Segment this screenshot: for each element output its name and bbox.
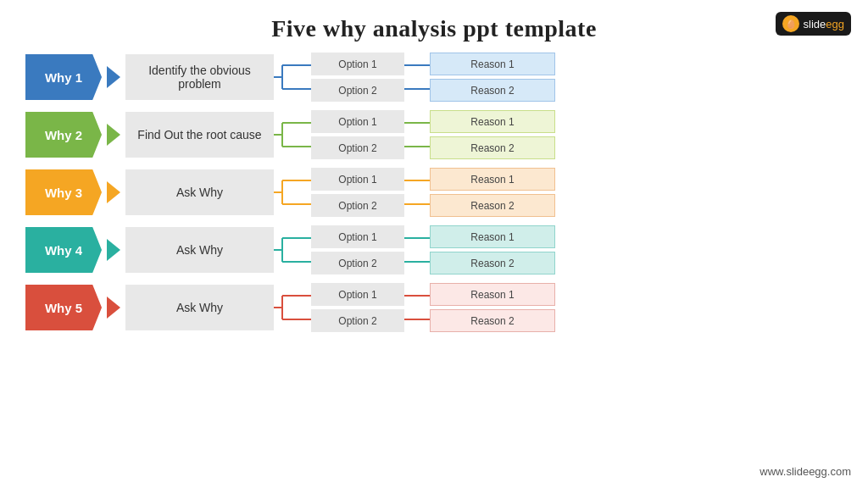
why-row-2: Why 2 Find Out the root cause [25,108,843,161]
options-col-4: Option 1 Option 2 [311,225,404,274]
reason1-5: Reason 1 [430,283,555,306]
bracket-connector-3 [274,166,311,219]
diagram: Why 1 Identify the obvious problem [0,51,868,334]
why-row-1: Why 1 Identify the obvious problem [25,51,843,103]
line-connector-3 [404,166,430,219]
line-connector-5 [404,281,430,334]
why-row-4: Why 4 Ask Why [25,224,843,276]
problem-box-1: Identify the obvious problem [125,54,274,100]
line-connector-4 [404,224,430,276]
bracket-connector-1 [274,51,311,103]
options-col-5: Option 1 Option 2 [311,283,404,332]
logo: 🥚 slideegg [776,12,851,36]
option1-2: Option 1 [311,110,404,133]
reasons-col-1: Reason 1 Reason 2 [430,53,555,102]
why-label-3: Why 3 [25,169,102,215]
why-label-5: Why 5 [25,285,102,330]
options-col-3: Option 1 Option 2 [311,168,404,217]
reason2-2: Reason 2 [430,136,555,159]
option2-2: Option 2 [311,136,404,159]
option2-1: Option 2 [311,79,404,102]
option2-4: Option 2 [311,252,404,274]
page-title: Five why analysis ppt template [0,0,868,51]
why-label-1: Why 1 [25,54,102,100]
why-row-5: Why 5 Ask Why [25,281,843,334]
problem-box-2: Find Out the root cause [125,112,274,158]
reason1-1: Reason 1 [430,53,555,75]
option1-4: Option 1 [311,225,404,248]
option2-3: Option 2 [311,194,404,217]
watermark: www.slideegg.com [760,465,851,478]
reason1-3: Reason 1 [430,168,555,191]
line-connector-1 [404,51,430,103]
reasons-col-3: Reason 1 Reason 2 [430,168,555,217]
options-col-1: Option 1 Option 2 [311,53,404,102]
problem-box-4: Ask Why [125,227,274,273]
options-col-2: Option 1 Option 2 [311,110,404,159]
why-label-2: Why 2 [25,112,102,158]
arrow-1 [102,65,125,89]
problem-box-5: Ask Why [125,285,274,330]
why-label-4: Why 4 [25,227,102,273]
reason2-5: Reason 2 [430,309,555,332]
arrow-5 [102,296,125,319]
line-connector-2 [404,108,430,161]
bracket-connector-2 [274,108,311,161]
reasons-col-2: Reason 1 Reason 2 [430,110,555,159]
arrow-4 [102,238,125,262]
why-row-3: Why 3 Ask Why [25,166,843,219]
logo-icon: 🥚 [782,15,799,32]
option1-1: Option 1 [311,53,404,75]
bracket-connector-5 [274,281,311,334]
problem-box-3: Ask Why [125,169,274,215]
arrow-3 [102,180,125,204]
reason1-4: Reason 1 [430,225,555,248]
bracket-connector-4 [274,224,311,276]
reasons-col-5: Reason 1 Reason 2 [430,283,555,332]
option1-3: Option 1 [311,168,404,191]
arrow-2 [102,123,125,147]
reason1-2: Reason 1 [430,110,555,133]
option1-5: Option 1 [311,283,404,306]
reason2-1: Reason 2 [430,79,555,102]
reason2-3: Reason 2 [430,194,555,217]
reason2-4: Reason 2 [430,252,555,274]
logo-text: slideegg [804,18,844,30]
option2-5: Option 2 [311,309,404,332]
reasons-col-4: Reason 1 Reason 2 [430,225,555,274]
